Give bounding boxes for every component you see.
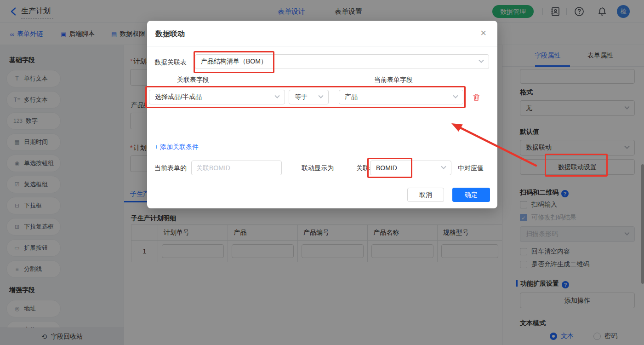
- link-table-value: 产品结构清单（BOM）: [201, 58, 479, 66]
- delete-condition-icon[interactable]: [472, 92, 481, 102]
- condition-current-field-select[interactable]: 产品: [339, 90, 463, 104]
- linked-field-value: BOMID: [376, 164, 442, 172]
- confirm-button[interactable]: 确定: [452, 188, 490, 202]
- close-icon[interactable]: ×: [480, 27, 486, 39]
- condition-operator-select[interactable]: 等于: [289, 90, 329, 104]
- condition-operator-value: 等于: [295, 93, 319, 101]
- data-linkage-modal: 数据联动 × 数据关联表 产品结构清单（BOM） 关联表字段 当前表单字段 选择…: [147, 21, 497, 208]
- modal-header-divider: [147, 46, 497, 46]
- modal-title: 数据联动: [155, 29, 185, 39]
- column-header-linked-field: 关联表字段: [177, 76, 209, 84]
- chevron-down-icon: [274, 93, 279, 98]
- value-suffix-label: 中对应值: [458, 164, 484, 172]
- chevron-down-icon: [441, 164, 446, 169]
- current-form-label: 当前表单的: [154, 164, 187, 172]
- chevron-down-icon: [453, 93, 458, 98]
- condition-linked-field-select[interactable]: 选择成品/半成品: [149, 90, 285, 104]
- linked-field-select[interactable]: BOMID: [370, 161, 451, 175]
- app-window: 生产计划 表单设计 表单设置 数据管理 检 ∞ 表单外链 ▣ 后端脚本 ▤ 数据…: [0, 0, 644, 345]
- current-field-input[interactable]: [191, 161, 282, 175]
- link-table-select[interactable]: 产品结构清单（BOM）: [195, 54, 489, 69]
- link-table-label: 数据关联表: [154, 58, 187, 67]
- add-condition-link[interactable]: + 添加关联条件: [154, 143, 199, 151]
- condition-current-field-value: 产品: [345, 93, 454, 101]
- condition-linked-field-value: 选择成品/半成品: [155, 93, 275, 101]
- cancel-button[interactable]: 取消: [407, 188, 444, 202]
- column-header-current-field: 当前表单字段: [374, 76, 413, 84]
- display-as-label: 联动显示为: [302, 164, 334, 172]
- chevron-down-icon: [479, 58, 484, 63]
- chevron-down-icon: [318, 93, 323, 98]
